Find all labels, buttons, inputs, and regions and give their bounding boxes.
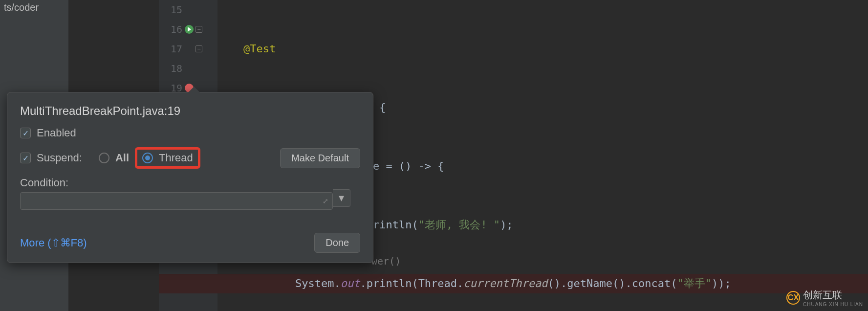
line-number: 15 <box>159 0 182 20</box>
line-numbers: 15 16 17 18 19 <box>159 0 182 98</box>
breakpoint-popup: MultiThreadBreakPoint.java:19 ✓ Enabled … <box>7 92 373 263</box>
run-test-icon[interactable] <box>185 25 194 34</box>
watermark-text: 创新互联 <box>803 289 842 300</box>
thread-highlight-box: Thread <box>135 147 200 169</box>
condition-label: Condition: <box>20 177 360 189</box>
method-call: currentThread <box>463 277 547 289</box>
string-literal: "举手" <box>677 277 712 289</box>
condition-input[interactable]: ⤢ <box>20 192 333 210</box>
fold-icon[interactable]: − <box>195 45 202 52</box>
done-button[interactable]: Done <box>314 233 360 253</box>
string-literal: "老师, 我会! " <box>418 219 500 231</box>
suspend-thread-label: Thread <box>159 152 193 164</box>
condition-dropdown[interactable]: ▾ <box>333 189 350 207</box>
code-text: System. <box>295 277 341 289</box>
enabled-checkbox[interactable]: ✓ <box>20 128 31 138</box>
line-number: 18 <box>159 59 182 78</box>
suspend-all-radio[interactable] <box>99 153 109 163</box>
watermark-icon: CX <box>786 291 800 305</box>
line-number: 16 <box>159 20 182 39</box>
popup-title: MultiThreadBreakPoint.java:19 <box>20 104 360 118</box>
line-number: 17 <box>159 39 182 59</box>
enabled-label: Enabled <box>37 127 76 139</box>
suspend-all-label: All <box>115 152 129 164</box>
path-fragment: ts/coder <box>4 2 39 13</box>
inlay-hint: wer() <box>371 255 401 267</box>
make-default-button[interactable]: Make Default <box>280 148 360 168</box>
expand-icon[interactable]: ⤢ <box>319 197 332 205</box>
code-text: .println(Thread. <box>360 277 463 289</box>
gutter-icons: − − <box>185 0 214 98</box>
suspend-thread-radio[interactable] <box>142 153 153 163</box>
fold-icon[interactable]: − <box>195 26 202 33</box>
watermark-sub: CHUANG XIN HU LIAN <box>803 302 863 307</box>
code-text: ); <box>500 219 513 231</box>
more-link[interactable]: More (⇧⌘F8) <box>20 237 87 249</box>
annotation: @Test <box>243 43 276 55</box>
suspend-label: Suspend: <box>37 152 82 164</box>
watermark: CX 创新互联 CHUANG XIN HU LIAN <box>786 289 863 307</box>
suspend-checkbox[interactable]: ✓ <box>20 153 31 163</box>
field-ref: out <box>341 277 360 289</box>
code-text: ().getName().concat( <box>548 277 677 289</box>
code-text: )); <box>712 277 731 289</box>
